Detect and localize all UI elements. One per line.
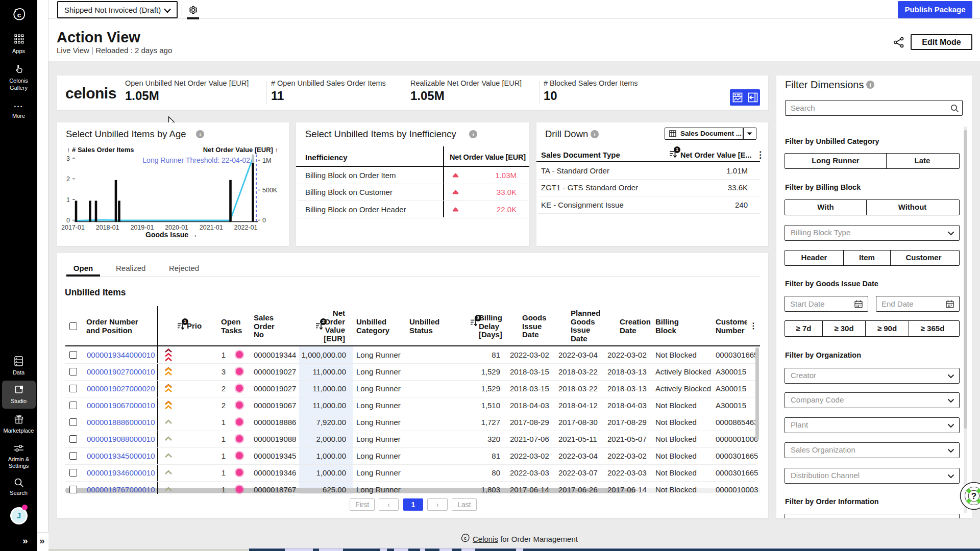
svg-text:2020-01: 2020-01	[165, 224, 188, 231]
svg-text:2018-01: 2018-01	[96, 224, 119, 231]
svg-text:500K: 500K	[262, 187, 278, 194]
svg-text:0: 0	[262, 217, 266, 224]
svg-text:c: c	[17, 11, 21, 19]
svg-text:3: 3	[66, 155, 70, 162]
svg-text:?: ?	[971, 491, 976, 501]
svg-text:2: 2	[66, 176, 70, 183]
svg-text:c: c	[464, 536, 467, 541]
svg-text:2021-01: 2021-01	[200, 224, 223, 231]
svg-text:2019-01: 2019-01	[130, 224, 154, 231]
svg-text:2022-01: 2022-01	[234, 224, 258, 231]
svg-text:1: 1	[66, 196, 70, 204]
svg-text:1M: 1M	[262, 157, 271, 164]
svg-text:0: 0	[66, 217, 70, 224]
svg-text:2017-01: 2017-01	[61, 224, 85, 231]
